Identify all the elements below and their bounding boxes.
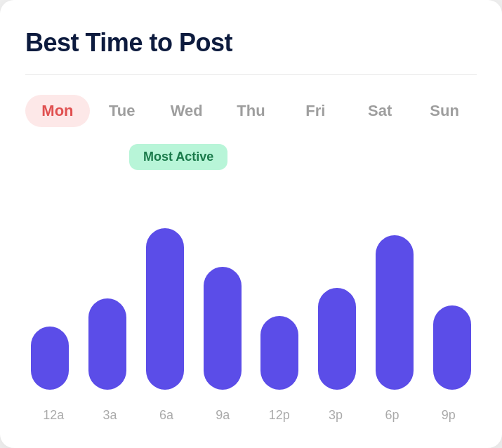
- bars-container: [25, 150, 477, 401]
- divider: [25, 74, 477, 75]
- bar-wrapper-9p: [428, 305, 477, 390]
- x-label-9p: 9p: [421, 408, 477, 423]
- day-tab-thu[interactable]: Thu: [219, 95, 284, 127]
- day-tab-sat[interactable]: Sat: [348, 95, 412, 127]
- day-tab-fri[interactable]: Fri: [283, 95, 348, 127]
- bar-wrapper-3p: [312, 288, 362, 390]
- x-axis-labels: 12a3a6a9a12p3p6p9p: [25, 401, 477, 423]
- x-label-12p: 12p: [251, 408, 308, 423]
- bar-wrapper-6p: [370, 235, 419, 390]
- bar-wrapper-3a: [83, 298, 132, 390]
- day-tab-tue[interactable]: Tue: [90, 95, 154, 127]
- most-active-badge: Most Active: [129, 144, 227, 170]
- bar-6a: [146, 228, 184, 390]
- bar-6p: [376, 235, 414, 390]
- x-label-9a: 9a: [194, 408, 251, 423]
- day-tab-mon[interactable]: Mon: [25, 95, 90, 127]
- x-label-12a: 12a: [25, 408, 81, 423]
- bar-wrapper-12p: [256, 316, 305, 390]
- x-label-6a: 6a: [138, 408, 194, 423]
- x-label-3a: 3a: [81, 408, 138, 423]
- bar-wrapper-12a: [25, 327, 74, 390]
- day-tabs: MonTueWedThuFriSatSun: [25, 95, 477, 127]
- page-title: Best Time to Post: [25, 28, 477, 58]
- bar-3a: [88, 298, 126, 390]
- day-tab-sun[interactable]: Sun: [412, 95, 477, 127]
- bar-wrapper-6a: [140, 228, 190, 390]
- bar-9a: [204, 267, 242, 390]
- x-label-3p: 3p: [308, 408, 364, 423]
- bar-12p: [260, 316, 298, 390]
- bar-wrapper-9a: [198, 267, 247, 390]
- day-tab-wed[interactable]: Wed: [154, 95, 219, 127]
- bar-12a: [31, 327, 69, 390]
- chart-area: Most Active 12a3a6a9a12p3p6p9p: [25, 150, 477, 423]
- x-label-6p: 6p: [364, 408, 420, 423]
- bar-9p: [433, 305, 471, 390]
- bar-3p: [318, 288, 356, 390]
- card: Best Time to Post MonTueWedThuFriSatSun …: [0, 0, 502, 448]
